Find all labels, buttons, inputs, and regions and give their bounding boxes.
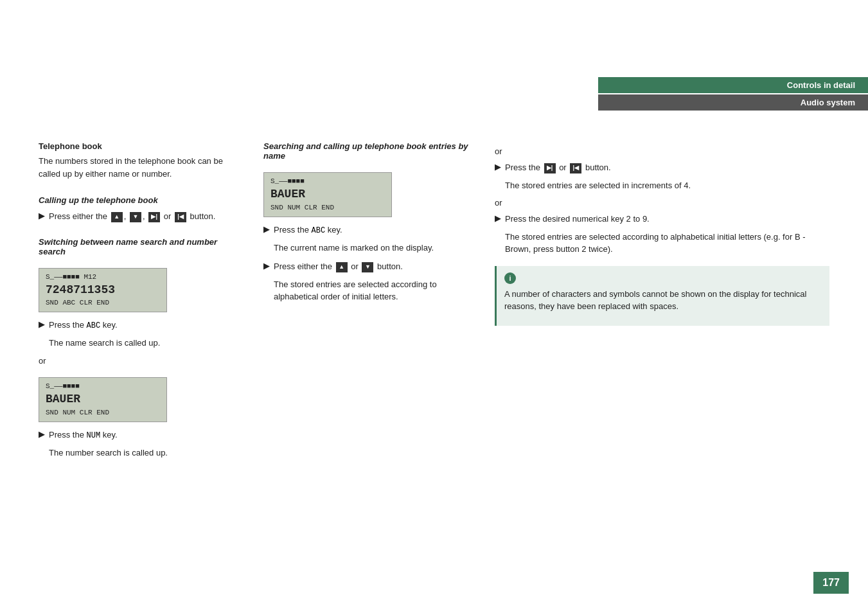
abc-text: Press the ABC key. xyxy=(49,319,118,332)
page-number: 177 xyxy=(813,572,849,594)
screen-name-search: S_——■■■■ BAUER SND NUM CLR END xyxy=(39,377,167,422)
col3-num-text: Press the desired numerical key 2 to 9. xyxy=(505,213,650,226)
col3-bullet2-note: The stored entries are selected accordin… xyxy=(505,231,829,256)
abc-bullet: ▶ Press the ABC key. xyxy=(39,319,238,332)
triangle-up-icon xyxy=(111,212,123,222)
col3-bullet2: ▶ Press the desired numerical key 2 to 9… xyxy=(495,213,829,226)
info-icon: i xyxy=(504,272,516,284)
skip-back-icon xyxy=(175,212,186,222)
num-bullet: ▶ Press the NUM key. xyxy=(39,429,238,441)
main-content: Telephone book The numbers stored in the… xyxy=(39,141,829,465)
col2-triangle-down-icon xyxy=(362,262,373,272)
info-text: A number of characters and symbols canno… xyxy=(504,288,822,313)
column-2: Searching and calling up telephone book … xyxy=(263,141,469,465)
col2-bullet2: ▶ Press either the or button. xyxy=(263,260,469,273)
col3-or2: or xyxy=(495,198,829,208)
col2-bullet1-note: The current name is marked on the displa… xyxy=(274,242,469,254)
calling-up-bullet: ▶ Press either the , , or button. xyxy=(39,210,238,223)
col3-bullet1-note: The stored entries are selected in incre… xyxy=(505,179,829,192)
screen1-line3: SND ABC CLR END xyxy=(46,298,160,308)
calling-up-title: Calling up the telephone book xyxy=(39,195,238,205)
bullet-arrow-4: ▶ xyxy=(263,224,270,234)
col3-or1: or xyxy=(495,147,829,156)
info-box: i A number of characters and symbols can… xyxy=(495,266,829,326)
num-text: Press the NUM key. xyxy=(49,429,118,441)
telephone-book-title: Telephone book xyxy=(39,141,238,151)
col3-skip-forward-icon xyxy=(544,163,556,173)
screen2-line3: SND NUM CLR END xyxy=(46,408,160,418)
column-3: or ▶ Press the or button. The stored ent… xyxy=(495,141,829,465)
col3-skip-text: Press the or button. xyxy=(505,161,611,174)
bullet-arrow-3: ▶ xyxy=(39,429,45,439)
switching-title: Switching between name search and number… xyxy=(39,237,238,256)
bullet-arrow-2: ▶ xyxy=(39,319,45,329)
bullet-arrow-5: ▶ xyxy=(263,261,270,271)
header-bar: Controls in detail Audio system xyxy=(598,77,868,111)
col2-bullet1: ▶ Press the ABC key. xyxy=(263,224,469,236)
calling-up-text: Press either the , , or button. xyxy=(49,210,215,223)
col2-triangle-up-icon xyxy=(336,262,348,272)
or-1: or xyxy=(39,356,238,366)
controls-label: Controls in detail xyxy=(598,77,868,93)
col3-bullet1: ▶ Press the or button. xyxy=(495,161,829,174)
screen2-line1: S_——■■■■ xyxy=(46,382,160,391)
triangle-down-icon xyxy=(130,212,141,222)
col2-screen-line1: S_——■■■■ xyxy=(270,177,385,186)
bullet-arrow: ▶ xyxy=(39,211,45,220)
num-note: The number search is called up. xyxy=(49,447,238,459)
audio-system-label: Audio system xyxy=(598,94,868,111)
screen-col2: S_——■■■■ BAUER SND NUM CLR END xyxy=(263,172,392,217)
bullet-arrow-7: ▶ xyxy=(495,213,501,223)
col2-screen-line2: BAUER xyxy=(270,186,385,202)
screen2-line2: BAUER xyxy=(46,391,160,407)
abc-note: The name search is called up. xyxy=(49,337,238,350)
column-1: Telephone book The numbers stored in the… xyxy=(39,141,238,465)
skip-forward-icon xyxy=(148,212,160,222)
screen1-line1: S_——■■■■ M12 xyxy=(46,272,160,282)
screen-number-search: S_——■■■■ M12 7248711353 SND ABC CLR END xyxy=(39,268,167,313)
col2-triangle-text: Press either the or button. xyxy=(274,260,403,273)
col3-skip-back-icon xyxy=(570,163,581,173)
col2-abc-text: Press the ABC key. xyxy=(274,224,342,236)
screen1-line2: 7248711353 xyxy=(46,282,160,298)
col2-screen-line3: SND NUM CLR END xyxy=(270,203,385,213)
searching-title: Searching and calling up telephone book … xyxy=(263,141,469,161)
bullet-arrow-6: ▶ xyxy=(495,162,501,172)
telephone-book-body: The numbers stored in the telephone book… xyxy=(39,155,238,180)
col2-bullet2-note: The stored entries are selected accordin… xyxy=(274,278,469,303)
